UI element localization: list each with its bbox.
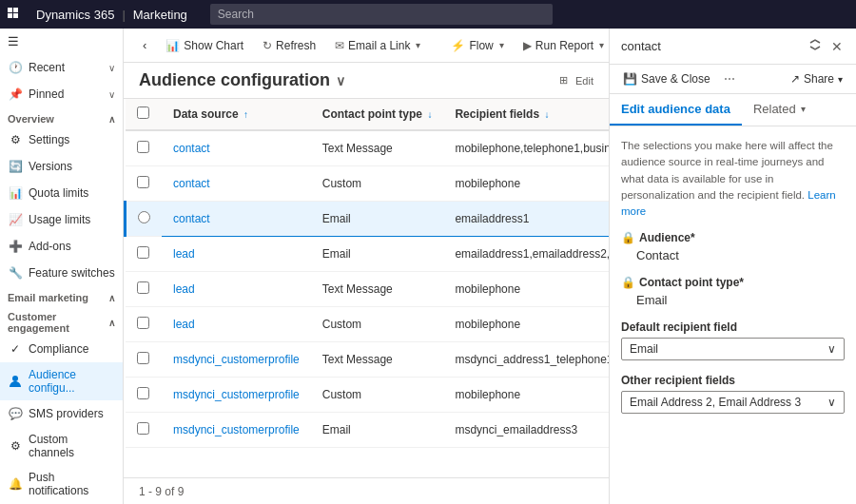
row-2-datasource-link[interactable]: contact: [173, 212, 210, 225]
page-title-chevron[interactable]: ∨: [336, 73, 345, 88]
sidebar-item-custom-channels[interactable]: ⚙ Custom channels: [0, 427, 123, 465]
select-all-checkbox[interactable]: [137, 107, 149, 119]
row-3-datasource-link[interactable]: lead: [173, 247, 195, 261]
save-close-label: Save & Close: [641, 72, 710, 86]
row-7-datasource: msdynci_customerprofile: [162, 378, 311, 413]
row-8-checkbox[interactable]: [137, 422, 149, 435]
sidebar-item-audience[interactable]: Audience configu...: [0, 362, 123, 400]
row-6-datasource-link[interactable]: msdynci_customerprofile: [173, 353, 300, 366]
col-recipient[interactable]: Recipient fields ↓: [443, 99, 609, 130]
customer-engagement-section[interactable]: Customer engagement ∧: [0, 305, 123, 336]
row-2-datasource: contact: [162, 202, 311, 237]
audience-icon: [8, 374, 23, 389]
hamburger-icon[interactable]: ☰: [0, 29, 123, 54]
row-1-checkbox[interactable]: [137, 176, 149, 188]
other-recipient-chevron: ∨: [827, 396, 836, 409]
expand-icon[interactable]: [807, 36, 824, 56]
row-3-checkbox[interactable]: [137, 246, 149, 259]
svg-rect-2: [8, 13, 12, 18]
search-input[interactable]: [218, 8, 545, 21]
row-7-checkbox[interactable]: [137, 387, 149, 399]
row-0-checkbox-cell[interactable]: [126, 130, 163, 166]
sidebar-item-versions[interactable]: 🔄 Versions: [0, 153, 123, 180]
overview-section[interactable]: Overview ∧: [0, 107, 123, 126]
panel-title: contact: [621, 39, 661, 53]
default-recipient-select[interactable]: Email ∨: [621, 338, 845, 360]
sidebar-item-push[interactable]: 🔔 Push notifications: [0, 465, 123, 503]
share-button[interactable]: ↗ Share ▾: [785, 68, 848, 89]
back-button[interactable]: ‹: [135, 34, 154, 56]
default-recipient-chevron: ∨: [827, 342, 836, 356]
settings-icon: ⚙: [8, 132, 23, 147]
email-link-label: Email a Link: [348, 39, 410, 52]
other-recipient-field-group: Other recipient fields Email Address 2, …: [621, 374, 845, 414]
sidebar-item-features[interactable]: 🔧 Feature switches: [0, 260, 123, 286]
row-1-type: Custom: [311, 166, 444, 202]
default-recipient-label: Default recipient field: [621, 320, 845, 334]
sidebar-item-addons[interactable]: ➕ Add-ons: [0, 233, 123, 260]
other-recipient-select[interactable]: Email Address 2, Email Address 3 ∨: [621, 391, 845, 414]
push-label: Push notifications: [29, 471, 115, 497]
status-text: 1 - 9 of 9: [139, 485, 184, 498]
row-1-datasource-link[interactable]: contact: [173, 177, 210, 190]
sidebar-item-compliance[interactable]: ✓ Compliance: [0, 336, 123, 362]
sidebar-item-quota[interactable]: 📊 Quota limits: [0, 180, 123, 206]
page-title: Audience configuration ∨: [139, 70, 345, 90]
default-recipient-select-value: Email: [630, 342, 658, 356]
row-5-checkbox[interactable]: [137, 317, 149, 329]
row-6-checkbox[interactable]: [137, 352, 149, 364]
sidebar-item-usage[interactable]: 📈 Usage limits: [0, 206, 123, 233]
share-icon: ↗: [790, 72, 800, 86]
row-7-datasource-link[interactable]: msdynci_customerprofile: [173, 388, 300, 401]
topbar: Dynamics 365 | Marketing: [0, 0, 856, 29]
show-chart-button[interactable]: 📊 Show Chart: [158, 35, 251, 56]
save-icon: 💾: [623, 72, 637, 86]
row-0-datasource-link[interactable]: contact: [173, 142, 210, 155]
audience-lock-icon: 🔒: [621, 231, 635, 244]
close-icon[interactable]: ✕: [829, 37, 845, 56]
row-5-datasource-link[interactable]: lead: [173, 318, 195, 331]
versions-icon: 🔄: [8, 159, 23, 174]
edit-columns-icon[interactable]: Edit: [575, 75, 593, 87]
sidebar: ☰ 🕐 Recent ∨ 📌 Pinned ∨ Overview ∧ ⚙ Set…: [0, 29, 124, 504]
save-close-button[interactable]: 💾 Save & Close: [617, 68, 716, 89]
tab-related[interactable]: Related ▾: [742, 94, 817, 126]
col-type-label: Contact point type: [322, 107, 422, 121]
row-4-datasource: lead: [162, 272, 311, 307]
table-row: contact Email emailaddress1 A admi...: [126, 202, 610, 237]
tab-edit-audience[interactable]: Edit audience data: [610, 94, 742, 126]
svg-point-4: [12, 376, 18, 381]
run-report-button[interactable]: ▶ Run Report ▾: [516, 35, 609, 56]
sidebar-item-settings[interactable]: ⚙ Settings: [0, 126, 123, 153]
run-report-label: Run Report: [535, 39, 593, 52]
sidebar-item-pinned[interactable]: 📌 Pinned ∨: [0, 81, 123, 107]
grid-header: Data source ↑ Contact point type ↓ Recip…: [126, 99, 610, 130]
row-3-recipient: emailaddress1,emailaddress2,e...: [443, 237, 609, 272]
features-label: Feature switches: [29, 266, 115, 280]
row-4-recipient: mobilephone: [443, 272, 609, 307]
row-8-datasource-link[interactable]: msdynci_customerprofile: [173, 423, 300, 436]
col-type[interactable]: Contact point type ↓: [311, 99, 444, 130]
compliance-icon: ✓: [8, 341, 23, 357]
row-7-recipient: mobilephone: [443, 378, 609, 413]
apps-icon[interactable]: [0, 0, 29, 29]
col-datasource[interactable]: Data source ↑: [162, 99, 311, 130]
flow-button[interactable]: ⚡ Flow ▾: [443, 35, 511, 56]
row-2-radio[interactable]: [138, 211, 150, 223]
back-icon: ‹: [143, 38, 146, 52]
row-4-checkbox[interactable]: [137, 281, 149, 294]
sidebar-item-recent[interactable]: 🕐 Recent ∨: [0, 54, 123, 81]
row-8-type: Email: [311, 413, 444, 448]
row-6-recipient: msdynci_address1_telephone1: [443, 342, 609, 378]
select-all-header[interactable]: [126, 99, 163, 130]
row-3-type: Email: [311, 237, 444, 272]
row-0-checkbox[interactable]: [137, 141, 149, 153]
email-marketing-section[interactable]: Email marketing ∧: [0, 286, 123, 305]
row-4-datasource-link[interactable]: lead: [173, 282, 195, 296]
panel-header: contact ✕: [610, 29, 856, 65]
search-bar[interactable]: [210, 4, 553, 25]
sidebar-item-sms[interactable]: 💬 SMS providers: [0, 400, 123, 427]
email-link-button[interactable]: ✉ Email a Link ▾: [327, 35, 428, 56]
more-options-button[interactable]: ⋯: [720, 68, 739, 89]
refresh-button[interactable]: ↻ Refresh: [255, 35, 323, 56]
